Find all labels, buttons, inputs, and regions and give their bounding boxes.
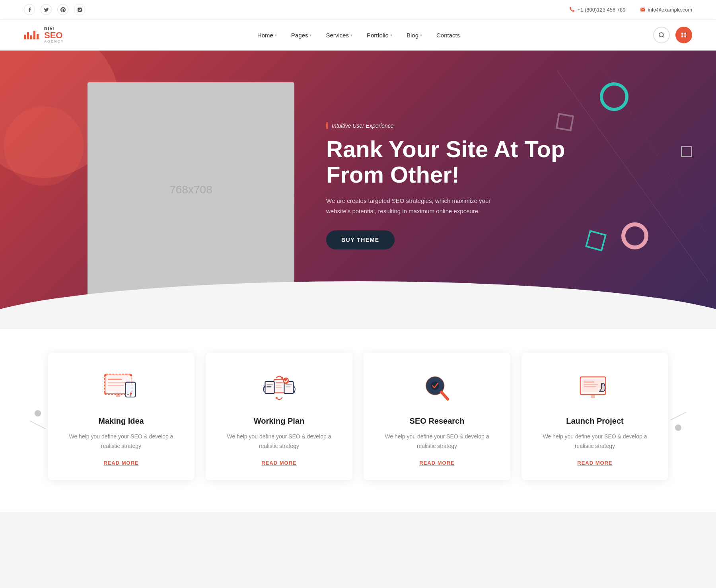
services-grid: Making Idea We help you define your SEO … (48, 353, 668, 480)
pinterest-icon[interactable] (57, 4, 68, 15)
chevron-down-icon: ▾ (350, 33, 352, 37)
top-bar: +1 (800)123 456 789 info@example.com (0, 0, 716, 19)
launch-project-icon (575, 370, 615, 405)
chevron-down-icon: ▾ (390, 33, 392, 37)
svg-point-20 (129, 395, 131, 397)
svg-line-10 (30, 421, 46, 429)
chevron-down-icon: ▾ (309, 33, 311, 37)
deco-left (28, 410, 48, 431)
navbar: DIVI SEO AGENCY Home ▾ Pages ▾ Services … (0, 19, 716, 51)
deco-line-left-icon (28, 419, 48, 431)
svg-rect-48 (584, 382, 594, 383)
svg-rect-27 (276, 382, 283, 384)
service-card-seo-research: SEO Research We help you define your SEO… (364, 353, 510, 480)
phone-info: +1 (800)123 456 789 (569, 7, 625, 13)
svg-rect-50 (584, 386, 596, 387)
twitter-icon[interactable] (41, 4, 52, 15)
svg-point-21 (104, 374, 106, 376)
service-desc-working-plan: We help you define your SEO & develop a … (220, 432, 338, 451)
nav-home[interactable]: Home ▾ (257, 32, 277, 39)
svg-rect-34 (286, 384, 292, 385)
chevron-down-icon: ▾ (275, 33, 277, 37)
svg-rect-14 (108, 379, 122, 380)
service-title-launch-project: Launch Project (566, 417, 623, 426)
service-card-making-idea: Making Idea We help you define your SEO … (48, 353, 195, 480)
svg-rect-4 (681, 33, 683, 35)
hero-image: 768x708 (88, 82, 294, 297)
services-section: Making Idea We help you define your SEO … (0, 329, 716, 512)
svg-rect-35 (286, 386, 290, 387)
nav-blog[interactable]: Blog ▾ (407, 32, 422, 39)
svg-rect-30 (265, 382, 274, 393)
read-more-making-idea[interactable]: READ MORE (103, 460, 138, 466)
hero-tagline: Intuitive User Experience (326, 122, 628, 129)
nav-pages[interactable]: Pages ▾ (291, 32, 312, 39)
svg-line-3 (663, 36, 664, 37)
hero-description: We are creates targeted SEO strategies, … (326, 196, 493, 216)
deco-right (668, 410, 688, 431)
svg-rect-49 (584, 384, 598, 385)
chevron-down-icon: ▾ (420, 33, 422, 37)
instagram-icon[interactable] (74, 4, 85, 15)
svg-rect-6 (681, 35, 683, 37)
email-info: info@example.com (640, 7, 692, 13)
deco-line-right-icon (668, 410, 688, 422)
search-button[interactable] (653, 27, 670, 43)
svg-line-44 (441, 392, 448, 399)
nav-actions (653, 27, 692, 43)
working-plan-icon (259, 370, 299, 405)
read-more-launch-project[interactable]: READ MORE (577, 460, 612, 466)
service-title-working-plan: Working Plan (254, 417, 304, 426)
nav-portfolio[interactable]: Portfolio ▾ (367, 32, 392, 39)
hero-section: 768x708 Intuitive User Experience Rank Y… (0, 51, 716, 329)
grid-button[interactable] (675, 27, 692, 43)
nav-services[interactable]: Services ▾ (326, 32, 352, 39)
service-card-launch-project: Launch Project We help you define your S… (521, 353, 668, 480)
facebook-icon[interactable] (24, 4, 35, 15)
logo[interactable]: DIVI SEO AGENCY (24, 27, 64, 43)
social-links (24, 4, 85, 15)
making-idea-icon (101, 370, 141, 405)
svg-rect-17 (116, 393, 120, 397)
hero-cta-button[interactable]: BUY THEME (326, 230, 395, 249)
svg-rect-31 (267, 384, 273, 385)
hero-text: Intuitive User Experience Rank Your Site… (326, 122, 628, 250)
deco-outline-square (681, 146, 692, 157)
svg-point-2 (659, 33, 663, 37)
svg-point-1 (81, 8, 81, 8)
svg-rect-16 (108, 385, 124, 386)
svg-rect-32 (267, 386, 271, 387)
service-desc-seo-research: We help you define your SEO & develop a … (378, 432, 496, 451)
svg-rect-51 (591, 395, 595, 398)
hero-title: Rank Your Site At Top From Other! (326, 136, 628, 187)
service-desc-launch-project: We help you define your SEO & develop a … (536, 432, 654, 451)
service-card-working-plan: Working Plan We help you define your SEO… (206, 353, 352, 480)
read-more-working-plan[interactable]: READ MORE (261, 460, 296, 466)
svg-rect-15 (108, 382, 127, 384)
svg-rect-29 (276, 387, 282, 388)
nav-contacts[interactable]: Contacts (436, 32, 460, 39)
svg-line-11 (670, 412, 686, 420)
svg-rect-28 (276, 385, 281, 386)
service-title-making-idea: Making Idea (98, 417, 144, 426)
nav-links: Home ▾ Pages ▾ Services ▾ Portfolio ▾ Bl… (257, 32, 460, 39)
seo-research-icon (417, 370, 457, 405)
svg-rect-7 (684, 35, 686, 37)
svg-point-40 (282, 378, 289, 384)
service-title-seo-research: SEO Research (410, 417, 465, 426)
contact-info: +1 (800)123 456 789 info@example.com (569, 7, 692, 13)
svg-rect-0 (78, 8, 82, 12)
read-more-seo-research[interactable]: READ MORE (419, 460, 454, 466)
svg-rect-5 (684, 33, 686, 35)
service-desc-making-idea: We help you define your SEO & develop a … (62, 432, 180, 451)
